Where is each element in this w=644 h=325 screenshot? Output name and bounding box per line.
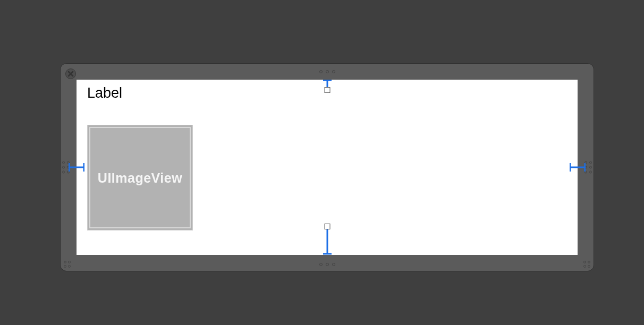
window-right-resize-grip-icon[interactable]	[584, 161, 592, 174]
cell-content-view[interactable]: Label UIImageView	[77, 80, 578, 255]
window-corner-resize-grip-icon[interactable]	[64, 261, 71, 268]
close-button[interactable]	[65, 69, 76, 79]
constraint-guide-left-icon[interactable]	[69, 162, 84, 172]
close-icon	[67, 71, 74, 77]
uilabel[interactable]: Label	[87, 85, 122, 101]
interface-builder-window: Label UIImageView	[60, 63, 594, 271]
window-bottom-resize-grip-icon[interactable]	[319, 263, 335, 266]
constraint-guide-bottom-icon[interactable]	[323, 229, 332, 255]
constraint-handle-top[interactable]	[324, 87, 330, 93]
uiimageview-placeholder-text: UIImageView	[87, 170, 193, 185]
constraint-guide-right-icon[interactable]	[570, 162, 586, 172]
window-corner-resize-grip-icon[interactable]	[583, 261, 590, 268]
uiimageview[interactable]: UIImageView	[87, 125, 193, 230]
window-top-resize-grip-icon[interactable]	[319, 70, 335, 73]
constraint-handle-bottom[interactable]	[324, 224, 330, 229]
